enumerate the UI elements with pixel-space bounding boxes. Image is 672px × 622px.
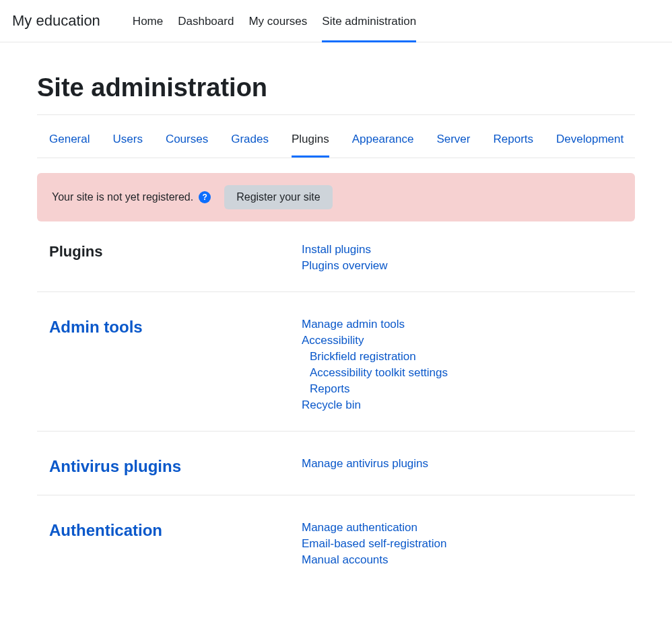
settings-link[interactable]: Plugins overview [302,259,623,273]
tab-users[interactable]: Users [112,129,142,158]
nav-item-my-courses[interactable]: My courses [248,11,307,42]
register-site-button[interactable]: Register your site [224,185,333,209]
section-heading-admin-tools[interactable]: Admin tools [49,318,302,412]
tab-development[interactable]: Development [556,129,624,158]
settings-section: Antivirus pluginsManage antivirus plugin… [37,450,635,495]
settings-link[interactable]: Accessibility toolkit settings [302,366,623,380]
settings-link[interactable]: Install plugins [302,243,623,256]
tab-appearance[interactable]: Appearance [352,129,414,158]
page-content: Site administration GeneralUsersCoursesG… [26,42,646,606]
tab-general[interactable]: General [49,129,90,158]
section-links: Manage antivirus plugins [302,457,623,476]
page-title: Site administration [37,73,635,102]
registration-alert: Your site is not yet registered. ? Regis… [37,173,635,221]
tab-reports[interactable]: Reports [493,129,533,158]
tab-plugins[interactable]: Plugins [292,129,329,158]
divider [37,114,635,115]
nav-item-home[interactable]: Home [133,11,163,42]
settings-link[interactable]: Email-based self-registration [302,537,623,551]
settings-section: Admin toolsManage admin toolsAccessibili… [37,311,635,431]
settings-link[interactable]: Manage admin tools [302,318,623,331]
site-brand[interactable]: My education [12,12,100,30]
help-icon[interactable]: ? [199,191,211,203]
nav-item-site-administration[interactable]: Site administration [322,11,416,42]
section-links: Manage authenticationEmail-based self-re… [302,521,623,567]
settings-link[interactable]: Manage authentication [302,521,623,534]
settings-link[interactable]: Manual accounts [302,553,623,567]
settings-link[interactable]: Brickfield registration [302,350,623,364]
admin-tabs: GeneralUsersCoursesGradesPluginsAppearan… [37,122,635,158]
settings-link[interactable]: Manage antivirus plugins [302,457,623,471]
section-heading-antivirus-plugins[interactable]: Antivirus plugins [49,457,302,476]
tab-courses[interactable]: Courses [166,129,208,158]
tab-grades[interactable]: Grades [231,129,269,158]
section-links: Manage admin toolsAccessibilityBrickfiel… [302,318,623,412]
divider [37,158,635,158]
top-navbar: My education HomeDashboardMy coursesSite… [0,0,672,42]
settings-section: AuthenticationManage authenticationEmail… [37,514,635,586]
section-heading-authentication[interactable]: Authentication [49,521,302,567]
settings-section: PluginsInstall pluginsPlugins overview [37,236,635,292]
tab-server[interactable]: Server [436,129,470,158]
settings-link[interactable]: Recycle bin [302,399,623,412]
nav-item-dashboard[interactable]: Dashboard [178,11,234,42]
section-links: Install pluginsPlugins overview [302,243,623,273]
primary-nav: HomeDashboardMy coursesSite administrati… [133,11,416,31]
alert-text: Your site is not yet registered. [52,191,193,203]
section-heading-plugins: Plugins [49,243,302,273]
settings-link[interactable]: Reports [302,382,623,396]
link-group-label[interactable]: Accessibility [302,334,623,347]
